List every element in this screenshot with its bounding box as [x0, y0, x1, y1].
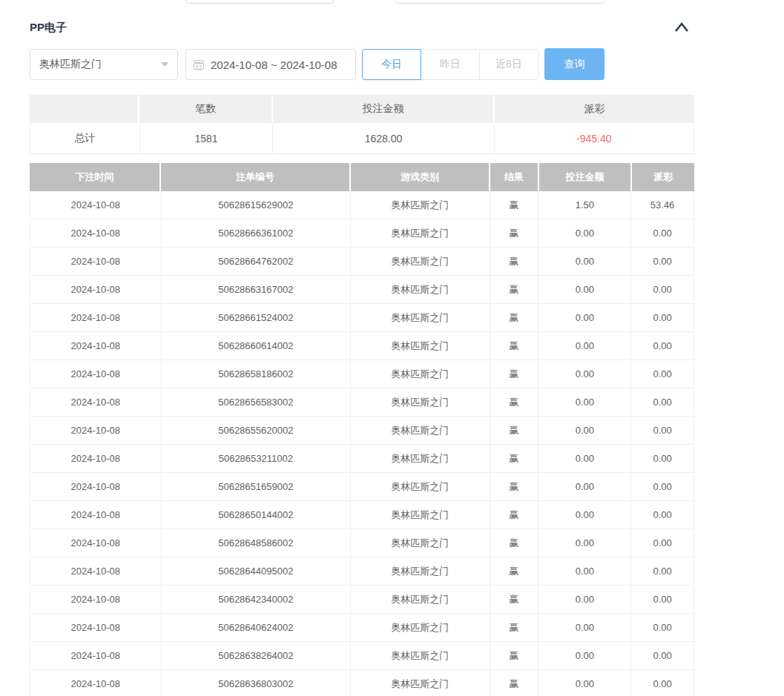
- bet-amount-cell: 0.00: [538, 276, 631, 303]
- table-row: 2024-10-08 50628653211002 奥林匹斯之门 赢 0.00 …: [30, 445, 694, 473]
- bet-time-cell: 2024-10-08: [30, 332, 162, 359]
- table-row: 2024-10-08 50628658186002 奥林匹斯之门 赢 0.00 …: [30, 360, 694, 388]
- table-row: 2024-10-08 50628648586002 奥林匹斯之门 赢 0.00 …: [30, 529, 694, 557]
- game-type-cell: 奥林匹斯之门: [351, 219, 490, 247]
- bet-id-cell: 50628653211002: [162, 445, 351, 472]
- bet-id-cell: 50628642340002: [162, 586, 351, 613]
- bet-time-cell: 2024-10-08: [30, 276, 162, 303]
- quick-range-button-group: 今日 昨日 近8日: [362, 49, 538, 80]
- game-type-cell: 奥林匹斯之门: [351, 614, 490, 641]
- bet-amount-cell: 0.00: [538, 642, 631, 669]
- result-cell: 赢: [490, 219, 539, 247]
- table-row: 2024-10-08 50628638264002 奥林匹斯之门 赢 0.00 …: [30, 642, 694, 670]
- truncated-input-above-left[interactable]: [185, 0, 334, 4]
- bet-time-cell: 2024-10-08: [30, 586, 162, 613]
- bets-header-bet-amount: 投注金额: [539, 163, 632, 191]
- table-row: 2024-10-08 50628664762002 奥林匹斯之门 赢 0.00 …: [30, 248, 694, 276]
- payout-cell: 0.00: [631, 473, 694, 500]
- collapse-section-button[interactable]: [672, 19, 691, 36]
- summary-total-bet-amount: 1628.00: [273, 123, 494, 153]
- bet-id-cell: 50628656583002: [162, 388, 351, 416]
- bet-time-cell: 2024-10-08: [30, 614, 162, 641]
- bet-time-cell: 2024-10-08: [30, 642, 162, 669]
- result-cell: 赢: [490, 586, 539, 613]
- result-cell: 赢: [490, 473, 539, 500]
- bet-id-cell: 50628655620002: [162, 417, 351, 444]
- game-type-cell: 奥林匹斯之门: [351, 529, 490, 557]
- summary-table: 笔数 投注金额 派彩 总计 1581 1628.00 -945.40: [30, 95, 694, 154]
- payout-cell: 0.00: [631, 248, 694, 275]
- result-cell: 赢: [490, 417, 539, 444]
- chevron-up-icon: [672, 19, 691, 36]
- payout-cell: 0.00: [631, 417, 694, 444]
- today-button[interactable]: 今日: [362, 49, 421, 80]
- summary-total-count: 1581: [140, 123, 274, 153]
- date-range-input[interactable]: 2024-10-08 ~ 2024-10-08: [185, 49, 356, 80]
- table-row: 2024-10-08 50628642340002 奥林匹斯之门 赢 0.00 …: [30, 586, 694, 614]
- payout-cell: 0.00: [631, 642, 694, 669]
- bet-amount-cell: 0.00: [538, 557, 631, 585]
- bet-id-cell: 50628644095002: [162, 557, 351, 585]
- payout-cell: 0.00: [631, 219, 694, 247]
- last-8-days-button[interactable]: 近8日: [479, 49, 538, 80]
- bet-amount-cell: 0.00: [538, 473, 631, 500]
- payout-cell: 0.00: [631, 529, 694, 557]
- table-row: 2024-10-08 50628656583002 奥林匹斯之门 赢 0.00 …: [30, 388, 694, 417]
- yesterday-button[interactable]: 昨日: [421, 49, 480, 80]
- bet-id-cell: 50628640624002: [162, 614, 351, 641]
- summary-header-count: 笔数: [139, 95, 273, 123]
- bets-header-bet-id: 注单编号: [161, 163, 351, 191]
- payout-cell: 53.46: [631, 191, 694, 219]
- result-cell: 赢: [490, 557, 539, 585]
- bet-time-cell: 2024-10-08: [30, 501, 162, 528]
- bet-time-cell: 2024-10-08: [30, 417, 162, 444]
- payout-cell: 0.00: [631, 360, 694, 388]
- bet-id-cell: 50628651659002: [162, 473, 351, 500]
- bet-time-cell: 2024-10-08: [30, 191, 162, 219]
- result-cell: 赢: [490, 332, 539, 359]
- bet-time-cell: 2024-10-08: [30, 248, 162, 275]
- bet-time-cell: 2024-10-08: [30, 529, 162, 557]
- result-cell: 赢: [490, 529, 539, 557]
- table-row: 2024-10-08 50628660614002 奥林匹斯之门 赢 0.00 …: [30, 332, 694, 360]
- game-type-cell: 奥林匹斯之门: [351, 670, 490, 696]
- game-type-cell: 奥林匹斯之门: [351, 276, 490, 303]
- bet-time-cell: 2024-10-08: [30, 445, 162, 472]
- game-type-cell: 奥林匹斯之门: [351, 388, 490, 416]
- game-type-cell: 奥林匹斯之门: [351, 417, 490, 444]
- result-cell: 赢: [490, 360, 539, 388]
- result-cell: 赢: [490, 191, 539, 219]
- bet-id-cell: 50628648586002: [162, 529, 351, 557]
- game-select[interactable]: 奥林匹斯之门: [30, 49, 178, 80]
- bets-table: 下注时间 注单编号 游戏类别 结果 投注金额 派彩 2024-10-08 506…: [30, 163, 694, 696]
- bet-id-cell: 50628666361002: [162, 219, 351, 247]
- bets-header-payout: 派彩: [632, 163, 694, 191]
- result-cell: 赢: [490, 642, 539, 669]
- bet-amount-cell: 1.50: [538, 191, 631, 219]
- bets-table-header: 下注时间 注单编号 游戏类别 结果 投注金额 派彩: [30, 163, 694, 191]
- bet-amount-cell: 0.00: [538, 332, 631, 359]
- summary-total-payout: -945.40: [495, 123, 694, 153]
- table-row: 2024-10-08 50628666361002 奥林匹斯之门 赢 0.00 …: [30, 219, 694, 248]
- bet-amount-cell: 0.00: [538, 219, 631, 247]
- search-button[interactable]: 查询: [544, 48, 605, 80]
- bet-id-cell: 50628658186002: [162, 360, 351, 388]
- bet-id-cell: 50628638264002: [162, 642, 351, 669]
- result-cell: 赢: [490, 388, 539, 416]
- bets-header-bet-time: 下注时间: [30, 163, 161, 191]
- game-type-cell: 奥林匹斯之门: [351, 557, 490, 585]
- bet-id-cell: 50628615629002: [162, 191, 351, 219]
- bet-amount-cell: 0.00: [538, 529, 631, 557]
- bet-amount-cell: 0.00: [538, 614, 631, 641]
- table-row: 2024-10-08 50628615629002 奥林匹斯之门 赢 1.50 …: [30, 191, 694, 219]
- truncated-input-above-right[interactable]: [395, 0, 605, 4]
- table-row: 2024-10-08 50628644095002 奥林匹斯之门 赢 0.00 …: [30, 557, 694, 586]
- bet-amount-cell: 0.00: [538, 360, 631, 388]
- payout-cell: 0.00: [631, 670, 694, 696]
- table-row: 2024-10-08 50628640624002 奥林匹斯之门 赢 0.00 …: [30, 614, 694, 642]
- payout-cell: 0.00: [631, 276, 694, 303]
- bet-time-cell: 2024-10-08: [30, 360, 162, 388]
- table-row: 2024-10-08 50628650144002 奥林匹斯之门 赢 0.00 …: [30, 501, 694, 529]
- table-row: 2024-10-08 50628655620002 奥林匹斯之门 赢 0.00 …: [30, 417, 694, 445]
- bet-amount-cell: 0.00: [538, 388, 631, 416]
